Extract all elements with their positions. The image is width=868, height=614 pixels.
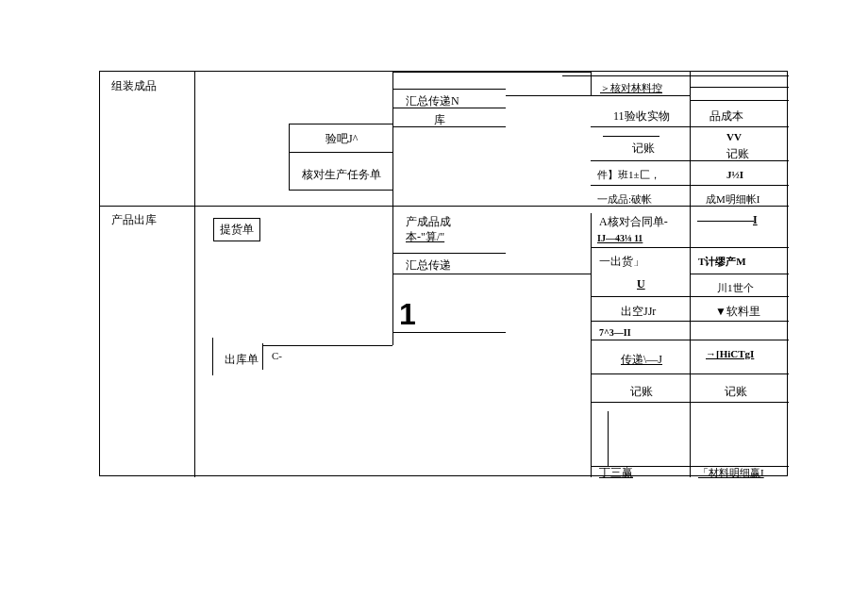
c7-m3 (690, 296, 789, 297)
c7-m2 (690, 274, 789, 274)
c7-t2 (690, 160, 789, 161)
chengm-mx-text: 成M明细帐I (702, 191, 763, 207)
chuan1shi-text: 川1世个 (713, 279, 758, 296)
c-line (262, 345, 392, 346)
chengpin-cb-b: 本-"算/" (402, 228, 448, 247)
c7-t0c (690, 100, 789, 101)
c6-t4 (591, 185, 690, 186)
c7-m1 (690, 247, 789, 248)
c6-t1 (591, 95, 690, 96)
c6-m6 (591, 402, 690, 403)
jizhang2-text: 记账 (626, 383, 657, 402)
c-minus-text: C- (268, 347, 286, 364)
diagram-page: 组装成品 产品出库 提货单 出库单 C- 验吧J^ 核对生产任务单 汇总传递N … (99, 71, 788, 476)
chukudan-text: 出库单 (221, 351, 262, 370)
cailiao-mx-text: 「材料明细赢I (694, 464, 768, 481)
c4-b2 (392, 274, 591, 274)
c6-m5 (591, 373, 690, 374)
c6-t3 (591, 160, 690, 161)
c3-bot (289, 190, 392, 191)
c4-t3 (392, 126, 506, 127)
row1-label: 组装成品 (108, 77, 160, 96)
c4-t2 (392, 108, 506, 108)
c6-t0 (562, 75, 690, 76)
jizhang1-text: 记账 (628, 140, 659, 158)
c7-t0a (690, 75, 789, 76)
huizong-cd-text: 汇总传递 (402, 257, 455, 275)
c7-t3 (690, 185, 789, 186)
c7-idash (697, 221, 754, 222)
c4-b1 (392, 253, 506, 254)
a-hedui-text: A核对合同单- (595, 213, 672, 232)
chukong-text: 出空JJr (617, 303, 659, 322)
hedui-shengchan-text: 核对生产任务单 (298, 166, 385, 185)
c6-t2 (591, 126, 690, 127)
j12i-text: J½I (723, 166, 747, 183)
c6-dash (603, 136, 659, 137)
jianban-text: 件】班1±匚， (593, 166, 664, 183)
vv-text: VV (723, 128, 745, 145)
c7-t0b (690, 87, 789, 88)
yanshou-text: 11验收实物 (609, 108, 674, 126)
c5-h1 (506, 95, 600, 96)
chengpinzhang-text: 一成品:破帐 (593, 191, 656, 207)
col3-segment-a (289, 124, 290, 190)
col-divider-6 (690, 72, 691, 477)
chuhuo-text: 一出货」 (595, 253, 648, 272)
col-divider-1 (194, 72, 195, 477)
c6-boxbar (608, 411, 609, 466)
c7-m7 (690, 402, 789, 403)
c6-m3 (591, 321, 690, 322)
row2-label: 产品出库 (108, 211, 160, 230)
c3-mid (289, 152, 392, 153)
c7-m6 (690, 373, 789, 374)
seven-text: 7^3—II (595, 324, 635, 340)
c6-m4 (591, 340, 690, 340)
chuandi-text: 传递\—J (617, 351, 666, 370)
chukudan-rbar (262, 343, 263, 370)
pinchengben-text: 品成本 (706, 108, 747, 126)
big-one: 1 (395, 293, 420, 337)
c7-m5 (690, 340, 789, 340)
c7-t1 (690, 126, 789, 127)
ij43-text: IJ—43⅛ 11 (593, 230, 646, 246)
c4-t1 (392, 89, 506, 90)
row-divider (100, 206, 789, 207)
c7-jizhang2-text: 记账 (721, 383, 751, 402)
c6-m2 (591, 296, 690, 297)
ruankuanli-text: ▼软料里 (711, 303, 764, 322)
u-text: U (633, 275, 649, 294)
chukudan-lbar (212, 338, 213, 375)
col-divider-4 (392, 72, 393, 345)
tji-text: T计缪产M (694, 253, 750, 270)
col-divider-5b (591, 213, 592, 477)
c6-m1 (591, 247, 690, 248)
c3-top (289, 124, 392, 124)
tihuodan-box: 提货单 (213, 218, 260, 241)
c4-b3 (392, 332, 506, 333)
hedui-liaokong-text: ＞核对林料控 (596, 79, 666, 96)
dingsanying-text: 丁三赢 (595, 464, 637, 483)
yanba-text: 验吧J^ (322, 130, 361, 149)
hictgi-text: →[HiCTgI (702, 345, 758, 362)
c7-m4 (690, 321, 789, 322)
c5-h0 (392, 72, 591, 73)
